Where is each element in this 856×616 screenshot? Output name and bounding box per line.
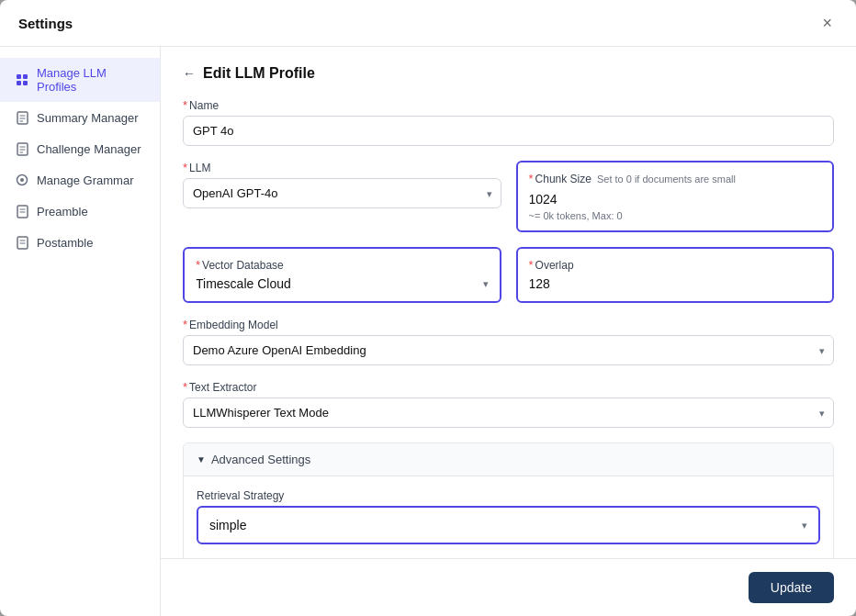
back-arrow-icon: ← (183, 66, 196, 81)
sidebar-label-challenge: Challenge Manager (37, 142, 141, 156)
sidebar-label-postamble: Postamble (37, 236, 93, 250)
advanced-settings-section: ▼ Advanced Settings Retrieval Strategy s… (183, 442, 834, 558)
modal-title: Settings (18, 16, 73, 31)
sidebar-label-summary: Summary Manager (37, 111, 139, 125)
sidebar-item-manage-profiles[interactable]: Manage LLM Profiles (0, 58, 160, 102)
sidebar-item-challenge-manager[interactable]: Challenge Manager (0, 133, 160, 164)
text-extractor-select-wrapper: LLMWhisperer Text Mode ▾ (183, 398, 834, 428)
overlap-label: * Overlap (529, 258, 822, 272)
sidebar-label-manage-profiles: Manage LLM Profiles (37, 66, 145, 94)
sidebar: Manage LLM Profiles Summary Manager (0, 47, 161, 616)
update-button[interactable]: Update (749, 572, 834, 603)
back-button[interactable]: ← (183, 66, 196, 81)
vector-overlap-row: * Vector Database Timescale Cloud ▾ (183, 247, 834, 303)
retrieval-strategy-label: Retrieval Strategy (197, 489, 820, 502)
circle-icon (15, 173, 29, 187)
svg-rect-1 (23, 74, 28, 79)
advanced-settings-header[interactable]: ▼ Advanced Settings (184, 443, 833, 476)
chunk-size-sub: ~= 0k tokens, Max: 0 (529, 210, 822, 221)
advanced-settings-label: Advanced Settings (211, 453, 310, 466)
name-field-row: * Name (183, 98, 834, 146)
sidebar-label-grammar: Manage Grammar (37, 174, 133, 187)
form-footer: Update (161, 558, 856, 616)
llm-select[interactable]: OpenAI GPT-4o (183, 178, 501, 208)
grid-icon (15, 73, 29, 87)
chunk-size-input[interactable] (529, 192, 822, 207)
text-extractor-field-row: * Text Extractor LLMWhisperer Text Mode … (183, 380, 834, 428)
llm-select-wrapper: OpenAI GPT-4o ▾ (183, 178, 501, 208)
settings-modal: Settings × Manage LLM Profiles (0, 0, 856, 616)
overlap-input[interactable] (529, 276, 822, 291)
main-content: ← Edit LLM Profile * Name (161, 47, 856, 558)
svg-rect-0 (17, 74, 21, 79)
llm-label: * LLM (183, 161, 501, 174)
name-label: * Name (183, 98, 834, 112)
embedding-select[interactable]: Demo Azure OpenAI Embedding (183, 335, 834, 365)
sidebar-label-preamble: Preamble (37, 205, 88, 218)
vector-db-select-wrapper: Timescale Cloud ▾ (196, 275, 489, 292)
text-extractor-select[interactable]: LLMWhisperer Text Mode (183, 398, 834, 428)
close-button[interactable]: × (817, 13, 838, 33)
advanced-settings-content: Retrieval Strategy simple ▾ (184, 476, 833, 558)
retrieval-strategy-field: simple ▾ (197, 506, 820, 544)
retrieval-select-wrapper: simple ▾ (209, 517, 807, 533)
file-icon-challenge (15, 141, 29, 156)
back-header: ← Edit LLM Profile (183, 65, 834, 82)
svg-point-13 (20, 178, 24, 182)
name-input[interactable] (183, 116, 834, 146)
file-icon-postamble (15, 235, 29, 250)
page-title: Edit LLM Profile (203, 65, 315, 82)
overlap-field: * Overlap (516, 247, 835, 303)
embedding-field-row: * Embedding Model Demo Azure OpenAI Embe… (183, 318, 834, 365)
retrieval-strategy-row: Retrieval Strategy simple ▾ (197, 489, 820, 544)
embedding-label: * Embedding Model (183, 318, 834, 331)
sidebar-item-summary-manager[interactable]: Summary Manager (0, 102, 160, 133)
chunk-size-field: * Chunk Size Set to 0 if documents are s… (516, 161, 835, 232)
modal-body: Manage LLM Profiles Summary Manager (0, 47, 856, 616)
modal-header: Settings × (0, 0, 856, 47)
retrieval-strategy-select[interactable]: simple (209, 518, 807, 532)
chunk-size-hint: Set to 0 if documents are small (597, 174, 736, 185)
advanced-arrow-icon: ▼ (197, 454, 206, 465)
embedding-select-wrapper: Demo Azure OpenAI Embedding ▾ (183, 335, 834, 365)
svg-rect-2 (17, 81, 21, 85)
llm-chunk-row: * LLM OpenAI GPT-4o ▾ * (183, 161, 834, 232)
svg-rect-3 (23, 81, 28, 85)
file-icon-preamble (15, 204, 29, 218)
llm-field: * LLM OpenAI GPT-4o ▾ (183, 161, 501, 208)
chunk-size-label: * Chunk Size Set to 0 if documents are s… (529, 172, 822, 185)
sidebar-item-manage-grammar[interactable]: Manage Grammar (0, 164, 160, 196)
sidebar-item-preamble[interactable]: Preamble (0, 196, 160, 227)
vector-db-field: * Vector Database Timescale Cloud ▾ (183, 247, 501, 303)
vector-db-select[interactable]: Timescale Cloud (196, 276, 489, 291)
vector-db-label: * Vector Database (196, 258, 489, 272)
sidebar-item-postamble[interactable]: Postamble (0, 227, 160, 258)
text-extractor-label: * Text Extractor (183, 380, 834, 394)
file-icon-summary (15, 110, 29, 125)
